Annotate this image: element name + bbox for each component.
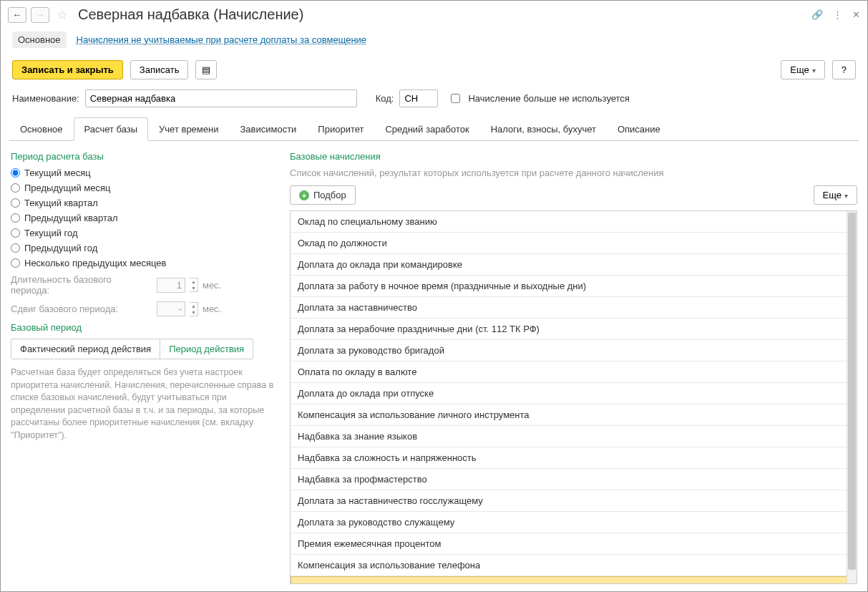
period-group-title: Период расчета базы [11,151,275,162]
period-radio-3[interactable] [11,213,20,223]
kebab-menu-icon[interactable]: ⋮ [833,9,842,20]
left-column: Период расчета базы Текущий месяцПредыду… [11,148,275,584]
tab-3[interactable]: Зависимости [229,117,307,140]
base-accruals-title: Базовые начисления [290,151,857,162]
period-radio-6[interactable] [11,258,20,268]
nav-forward-button[interactable]: → [31,7,49,23]
period-radio-row-6[interactable]: Несколько предыдущих месяцев [11,258,275,268]
pick-label: Подбор [313,190,346,200]
right-more-button[interactable]: Еще▾ [814,185,857,205]
list-item[interactable]: Премия ежемесячная процентом [291,533,857,555]
period-radio-2[interactable] [11,198,20,208]
duration-input[interactable] [157,278,185,293]
favorite-star-icon[interactable]: ☆ [57,7,68,23]
base-accruals-list[interactable]: Оклад по специальному званиюОклад по дол… [290,210,857,584]
accrual-window: ← → ☆ Северная надбавка (Начисление) 🔗 ⋮… [0,0,868,592]
toggle-period[interactable]: Период действия [160,339,253,359]
list-item[interactable]: Компенсация за использование телефона [291,555,857,576]
period-radio-0[interactable] [11,168,20,178]
period-radio-row-2[interactable]: Текущий квартал [11,198,275,208]
spinner-up-icon[interactable]: ▲ [190,303,198,309]
shift-row: Сдвиг базового периода: ▲▼ мес. [11,301,275,316]
form-header-row: Наименование: Код: Начисление больше не … [1,85,867,112]
list-item[interactable]: Оклад по специальному званию [291,211,857,233]
subnav-main[interactable]: Основное [12,31,67,48]
list-item[interactable]: Оклад по должности [291,233,857,254]
base-period-group-title: Базовый период [11,322,275,333]
help-button[interactable]: ? [832,60,856,79]
period-radio-row-0[interactable]: Текущий месяц [11,168,275,178]
list-item[interactable]: Надбавка за профмастерство [291,469,857,490]
list-item[interactable]: Надбавка за сложность и напряженность [291,447,857,469]
list-item[interactable]: Оплата по часовому тарифу (вахта) [291,576,857,584]
arrow-right-icon: → [36,9,45,20]
duration-label: Длительность базового периода: [11,274,152,296]
base-period-help: Расчетная база будет определяться без уч… [11,367,275,442]
link-icon[interactable]: 🔗 [811,9,823,20]
toolbar: Записать и закрыть Записать ▤ Еще▾ ? [1,54,867,85]
duration-spinner-buttons[interactable]: ▲▼ [190,278,198,292]
period-radio-row-5[interactable]: Предыдущий год [11,243,275,253]
months-unit: мес. [203,280,221,291]
list-item[interactable]: Надбавка за знание языков [291,426,857,447]
more-label: Еще [790,64,809,75]
subnav: Основное Начисления не учитываемые при р… [1,29,867,54]
spinner-up-icon[interactable]: ▲ [190,278,198,285]
duration-row: Длительность базового периода: ▲▼ мес. [11,274,275,296]
list-item[interactable]: Доплата за нерабочие праздничные дни (ст… [291,319,857,340]
period-radio-1[interactable] [11,183,20,193]
save-and-close-button[interactable]: Записать и закрыть [12,60,123,79]
period-radio-row-4[interactable]: Текущий год [11,228,275,238]
tab-6[interactable]: Налоги, взносы, бухучет [480,117,607,140]
period-radio-row-3[interactable]: Предыдущий квартал [11,213,275,223]
list-item[interactable]: Доплата за наставничество [291,297,857,319]
close-icon[interactable]: ✕ [852,9,860,20]
tab-body: Период расчета базы Текущий месяцПредыду… [1,141,867,591]
name-label: Наименование: [12,93,79,104]
tab-0[interactable]: Основное [9,117,74,140]
list-item[interactable]: Доплата до оклада при отпуске [291,383,857,404]
code-input[interactable] [399,89,438,107]
shift-spinner-buttons[interactable]: ▲▼ [190,302,198,316]
name-input[interactable] [85,89,357,107]
period-radio-4[interactable] [11,228,20,238]
save-button[interactable]: Записать [130,60,189,79]
scrollbar-thumb[interactable] [848,213,856,570]
title-bar: ← → ☆ Северная надбавка (Начисление) 🔗 ⋮… [1,1,867,29]
period-radio-5[interactable] [11,243,20,253]
list-item[interactable]: Доплата за руководство служащему [291,512,857,533]
right-toolbar: + Подбор Еще▾ [290,185,857,205]
caret-down-icon: ▾ [844,192,848,200]
period-radio-row-1[interactable]: Предыдущий месяц [11,183,275,193]
tab-7[interactable]: Описание [607,117,671,140]
pick-button[interactable]: + Подбор [290,185,356,205]
toggle-actual-period[interactable]: Фактический период действия [11,339,160,359]
list-item[interactable]: Доплата за работу в ночное время (праздн… [291,276,857,297]
list-item[interactable]: Оплата по окладу в валюте [291,361,857,383]
list-item[interactable]: Доплата за руководство бригадой [291,340,857,361]
list-item[interactable]: Доплата за наставничество госслужащему [291,490,857,512]
period-radio-label-1: Предыдущий месяц [24,183,111,193]
more-button[interactable]: Еще▾ [781,60,824,79]
base-accruals-hint: Список начислений, результат которых исп… [290,168,857,178]
tab-5[interactable]: Средний заработок [374,117,479,140]
plus-icon: + [299,190,309,200]
nav-back-button[interactable]: ← [8,7,26,23]
tab-1[interactable]: Расчет базы [74,117,149,141]
subnav-link[interactable]: Начисления не учитываемые при расчете до… [77,34,367,45]
months-unit-2: мес. [203,304,221,314]
shift-input[interactable] [157,301,185,316]
list-item[interactable]: Компенсация за использование личного инс… [291,404,857,426]
tab-4[interactable]: Приоритет [307,117,374,140]
report-button[interactable]: ▤ [195,60,217,79]
tab-2[interactable]: Учет времени [148,117,229,140]
period-radio-label-2: Текущий квартал [24,198,98,208]
spinner-down-icon[interactable]: ▼ [190,309,198,316]
list-item[interactable]: Доплата до оклада при командировке [291,254,857,276]
spinner-down-icon[interactable]: ▼ [190,285,198,291]
list-scrollbar[interactable] [847,211,857,583]
code-label: Код: [376,93,394,104]
tabs: ОсновноеРасчет базыУчет времениЗависимос… [9,117,859,141]
unused-checkbox[interactable] [451,94,460,103]
title-controls: 🔗 ⋮ ✕ [811,9,860,20]
